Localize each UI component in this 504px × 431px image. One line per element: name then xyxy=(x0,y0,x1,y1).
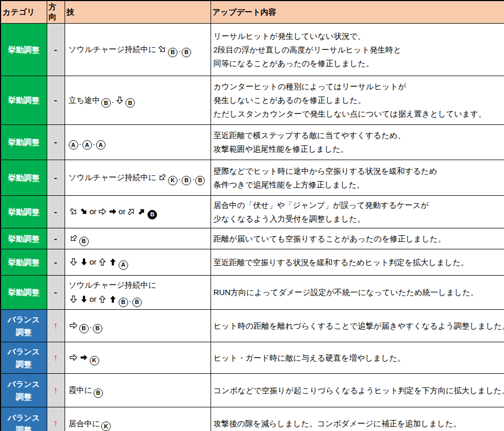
move-text: or xyxy=(119,207,125,216)
update-cell: リーサルヒットが発生していない状況で、2段目の浮かせ直しの高度がリーサルヒット発… xyxy=(211,24,504,76)
table-row: 挙動調整-ソウルチャージ持続中にorB.BRUN方向によってダメージ設定が不統一… xyxy=(1,276,504,310)
direction-cell: ↑ xyxy=(47,407,65,431)
table-row: 挙動調整-orA至近距離で空振りする状況を緩和するためヒット判定を拡大しました。 xyxy=(1,249,504,276)
arrow-up-solid-icon xyxy=(109,295,117,303)
button-B-icon: B xyxy=(125,98,135,108)
arrow-up-hollow-icon xyxy=(98,258,107,266)
move-text: or xyxy=(90,295,97,303)
direction-cell: - xyxy=(47,24,65,76)
table-header: カテゴリ 方向 技 アップデート内容 xyxy=(1,1,504,24)
category-cell: バランス 調整 xyxy=(1,310,47,342)
move-cell: orA xyxy=(65,249,211,276)
arrow-right-hollow-icon xyxy=(98,207,107,216)
move-cell: A.A.A xyxy=(65,125,211,160)
button-B-icon: B xyxy=(79,237,89,246)
update-line: 壁際などでヒット時に途中から空振りする状況を緩和するため xyxy=(214,164,502,178)
move-text: ソウルチャージ持続中に xyxy=(69,45,156,54)
arrow-ne-solid-icon xyxy=(136,206,148,218)
arrow-se-solid-icon xyxy=(78,206,90,218)
direction-cell: - xyxy=(47,228,65,249)
move-cell: ororB xyxy=(65,196,211,228)
table-row: 挙動調整-A.A.A至近距離で横ステップする敵に当てやすくするため、攻撃範囲や追… xyxy=(1,125,504,160)
move-cell: B xyxy=(65,228,211,249)
direction-cell: ↑ xyxy=(47,310,65,342)
category-cell: 挙動調整 xyxy=(1,76,47,125)
button-B-icon: B xyxy=(168,48,177,57)
move-cell: ソウルチャージ持続中にorB.B xyxy=(65,276,211,310)
update-cell: RUN方向によってダメージ設定が不統一になっていたため統一しました。 xyxy=(211,276,504,310)
header-direction: 方向 xyxy=(47,1,65,24)
table-row: バランス 調整↑居合中にK攻撃後の隙を減らしました。コンボダメージに補正を追加し… xyxy=(1,407,504,431)
category-cell: バランス 調整 xyxy=(1,407,47,431)
update-line: RUN方向によってダメージ設定が不統一になっていたため統一しました。 xyxy=(214,286,502,299)
arrow-right-hollow-icon xyxy=(69,353,78,362)
update-cell: 壁際などでヒット時に途中から空振りする状況を緩和するため条件つきで追尾性能を上方… xyxy=(211,160,504,196)
update-cell: 攻撃後の隙を減らしました。コンボダメージに補正を追加しました。 xyxy=(211,407,504,431)
update-cell: 居合中の「伏せ」や「ジャンプ」が誤って発動するケースが少なくなるよう入力受付を調… xyxy=(211,196,504,228)
update-line: ヒット時の距離を離れづらくすることで追撃が届きやすくなるよう調整しました。 xyxy=(214,319,502,333)
move-cell: ソウルチャージ持続中にK.B.B xyxy=(65,160,211,196)
move-text: 居合中に xyxy=(69,419,100,428)
direction-cell: - xyxy=(47,196,65,228)
arrow-down-hollow-icon xyxy=(69,295,78,303)
update-cell: カウンターヒットの種別によってはリーサルヒットが発生しないことがあるのを修正しま… xyxy=(211,76,504,125)
button-B-icon: B xyxy=(132,298,142,307)
update-line: ただしスタンカウンターで発生しない点については据え置きとしています。 xyxy=(214,107,502,121)
update-cell: 至近距離で横ステップする敵に当てやすくするため、攻撃範囲や追尾性能を修正しました… xyxy=(211,125,504,160)
button-B-solid-icon: B xyxy=(148,210,157,219)
button-A-icon: A xyxy=(119,260,128,270)
category-cell: 挙動調整 xyxy=(1,228,47,249)
update-line: 至近距離で空振りする状況を緩和するためヒット判定を拡大しました。 xyxy=(214,256,502,269)
arrow-se-hollow-icon xyxy=(67,206,79,218)
move-cell: B.B xyxy=(65,310,211,342)
move-cell: 居合中にK xyxy=(65,407,211,431)
direction-cell: - xyxy=(47,76,65,125)
direction-cell: - xyxy=(47,249,65,276)
button-B-icon: B xyxy=(93,324,102,333)
button-A-icon: A xyxy=(82,140,92,150)
move-text: . xyxy=(79,138,81,146)
update-line: 距離が届いていても空振りすることがあったのを修正しました。 xyxy=(214,232,502,246)
category-cell: 挙動調整 xyxy=(1,160,47,196)
update-line: 少なくなるよう入力受付を調整しました。 xyxy=(214,212,502,226)
move-cell: K xyxy=(65,342,211,374)
move-cell: 霞中にB xyxy=(65,374,211,407)
arrow-down-hollow-icon xyxy=(116,96,124,104)
button-K-icon: K xyxy=(101,422,111,431)
move-text: . xyxy=(178,173,181,182)
arrow-se-hollow-icon xyxy=(156,44,169,56)
move-text: . xyxy=(178,45,181,54)
update-line: 居合中の「伏せ」や「ジャンプ」が誤って発動するケースが xyxy=(214,198,502,212)
table-row: 挙動調整-B距離が届いていても空振りすることがあったのを修正しました。 xyxy=(1,228,504,249)
button-B-icon: B xyxy=(182,48,191,57)
direction-cell: ↑ xyxy=(47,374,65,407)
update-cell: ヒット・ガード時に敵に与える硬直を増やしました。 xyxy=(211,342,504,374)
update-line: コンボなどで空振りが起こりづらくなるようヒット判定を下方向に拡大しました。 xyxy=(214,384,502,397)
category-cell: バランス 調整 xyxy=(1,374,47,407)
button-B-icon: B xyxy=(195,176,205,185)
move-cell: 立ち途中B.B xyxy=(65,76,211,125)
arrow-right-hollow-icon xyxy=(69,321,78,330)
button-A-icon: A xyxy=(69,140,78,150)
move-text: 霞中に xyxy=(69,385,92,394)
direction-cell: - xyxy=(47,125,65,160)
category-cell: 挙動調整 xyxy=(1,196,47,228)
update-line: ヒット・ガード時に敵に与える硬直を増やしました。 xyxy=(214,351,502,365)
update-line: 条件つきで追尾性能を上方修正しました。 xyxy=(214,178,502,192)
move-text: ソウルチャージ持続中に xyxy=(69,280,156,289)
category-cell: 挙動調整 xyxy=(1,24,47,76)
button-K-icon: K xyxy=(168,176,177,185)
table-row: 挙動調整-ソウルチャージ持続中にB.Bリーサルヒットが発生していない状況で、2段… xyxy=(1,24,504,76)
update-line: 攻撃範囲や追尾性能を修正しました。 xyxy=(214,142,502,156)
button-B-icon: B xyxy=(119,298,128,307)
arrow-up-hollow-icon xyxy=(98,295,107,303)
table-row: バランス 調整↑霞中にBコンボなどで空振りが起こりづらくなるようヒット判定を下方… xyxy=(1,374,504,407)
move-text: 立ち途中 xyxy=(69,96,100,104)
direction-cell: ↑ xyxy=(47,342,65,374)
button-B-icon: B xyxy=(101,98,111,108)
table-row: 挙動調整-立ち途中B.Bカウンターヒットの種別によってはリーサルヒットが発生しな… xyxy=(1,76,504,125)
table-body: 挙動調整-ソウルチャージ持続中にB.Bリーサルヒットが発生していない状況で、2段… xyxy=(1,24,504,431)
header-category: カテゴリ xyxy=(1,1,47,24)
arrow-right-solid-icon xyxy=(80,353,88,362)
arrow-up-solid-icon xyxy=(109,258,117,266)
